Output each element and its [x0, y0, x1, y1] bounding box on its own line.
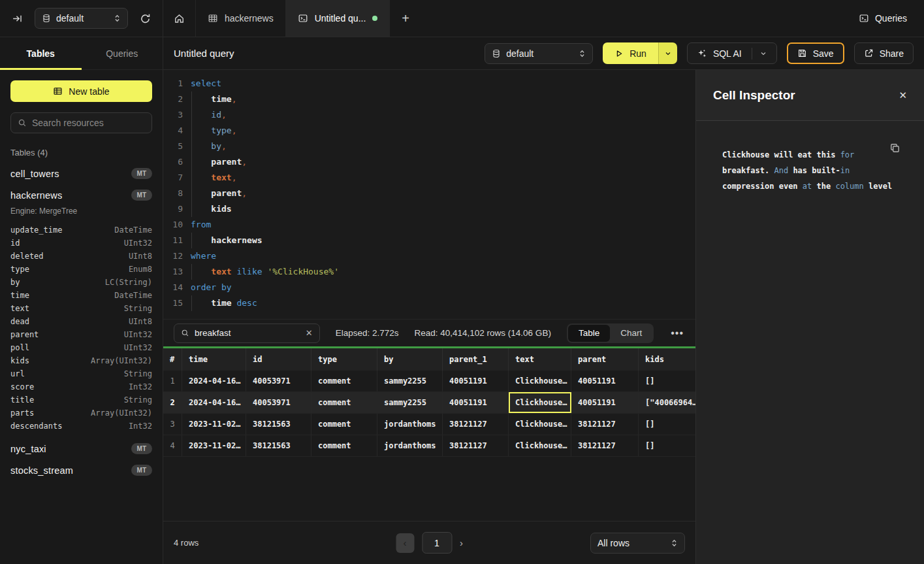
code-line[interactable]: 2 time,: [163, 91, 695, 107]
code-line[interactable]: 11 hackernews: [163, 233, 695, 248]
tab-hackernews[interactable]: hackernews: [196, 0, 286, 37]
column-header[interactable]: text: [509, 348, 571, 371]
cell[interactable]: ["40066964…: [639, 392, 695, 413]
queries-link[interactable]: Queries: [859, 13, 907, 24]
collapse-sidebar-icon[interactable]: [9, 10, 25, 27]
column-row[interactable]: descendantsInt32: [10, 420, 152, 433]
column-header[interactable]: parent: [571, 348, 639, 371]
code-line[interactable]: 14order by: [163, 280, 695, 295]
save-button[interactable]: Save: [787, 42, 844, 64]
column-header[interactable]: type: [311, 348, 377, 371]
table-row[interactable]: 32023-11-02…38121563commentjordanthoms38…: [163, 414, 695, 435]
cell[interactable]: Clickhouse…: [509, 414, 571, 435]
cell[interactable]: comment: [311, 371, 377, 391]
column-row[interactable]: byLC(String): [10, 276, 152, 289]
row-number[interactable]: 1: [163, 371, 182, 391]
results-search[interactable]: ✕: [174, 323, 320, 343]
cell[interactable]: comment: [311, 392, 377, 413]
code-line[interactable]: 7 text,: [163, 170, 695, 186]
clear-search-icon[interactable]: ✕: [306, 328, 313, 338]
toggle-chart[interactable]: Chart: [610, 325, 652, 342]
code-line[interactable]: 9 kids: [163, 201, 695, 217]
code-line[interactable]: 12where: [163, 248, 695, 264]
prev-page-button[interactable]: ‹: [396, 533, 414, 553]
tab-home[interactable]: [163, 0, 196, 37]
cell[interactable]: comment: [311, 414, 377, 435]
column-header[interactable]: #: [163, 348, 182, 371]
cell[interactable]: 38121563: [246, 414, 311, 435]
code-line[interactable]: 8 parent,: [163, 186, 695, 201]
cell[interactable]: 40051191: [571, 371, 639, 391]
column-row[interactable]: pollUInt32: [10, 341, 152, 354]
next-page-button[interactable]: ›: [460, 537, 463, 548]
sidebar-tab-queries[interactable]: Queries: [82, 37, 163, 69]
copy-icon[interactable]: [889, 142, 900, 154]
run-button[interactable]: Run: [603, 42, 658, 64]
cell[interactable]: 2024-04-16…: [182, 371, 246, 391]
column-header[interactable]: kids: [639, 348, 695, 371]
row-number[interactable]: 3: [163, 414, 182, 435]
column-row[interactable]: partsArray(UInt32): [10, 406, 152, 420]
page-size-select[interactable]: All rows: [590, 533, 685, 554]
table-row[interactable]: 12024-04-16…40053971commentsammy22554005…: [163, 371, 695, 392]
sql-ai-button[interactable]: SQL AI: [687, 42, 777, 64]
row-number[interactable]: 2: [163, 392, 182, 413]
cell[interactable]: 40053971: [246, 371, 311, 391]
resource-search[interactable]: [10, 112, 152, 133]
topbar-database-select[interactable]: default: [35, 8, 128, 29]
cell[interactable]: Clickhouse…: [509, 435, 571, 456]
cell[interactable]: 38121563: [246, 435, 311, 456]
table-row[interactable]: 22024-04-16…40053971commentsammy22554005…: [163, 392, 695, 414]
row-number[interactable]: 4: [163, 435, 182, 456]
cell[interactable]: 2023-11-02…: [182, 414, 246, 435]
results-search-input[interactable]: [195, 328, 300, 338]
column-header[interactable]: time: [182, 348, 246, 371]
cell[interactable]: 40053971: [246, 392, 311, 413]
refresh-icon[interactable]: [137, 10, 153, 27]
column-row[interactable]: idUInt32: [10, 237, 152, 250]
cell[interactable]: []: [639, 435, 695, 456]
query-database-select[interactable]: default: [485, 43, 593, 64]
code-line[interactable]: 4 type,: [163, 123, 695, 139]
code-line[interactable]: 1select: [163, 76, 695, 91]
toggle-table[interactable]: Table: [568, 325, 610, 342]
sidebar-table-cell_towers[interactable]: cell_towersMT: [10, 168, 152, 179]
share-button[interactable]: Share: [854, 42, 914, 64]
cell[interactable]: sammy2255: [377, 371, 443, 391]
column-row[interactable]: typeEnum8: [10, 263, 152, 276]
column-header[interactable]: id: [246, 348, 311, 371]
cell[interactable]: 38121127: [443, 435, 509, 456]
cell[interactable]: 2023-11-02…: [182, 435, 246, 456]
column-row[interactable]: scoreInt32: [10, 380, 152, 393]
new-tab-button[interactable]: +: [390, 0, 421, 37]
cell[interactable]: comment: [311, 435, 377, 456]
tab-untitled-query[interactable]: Untitled qu...: [286, 0, 390, 37]
sidebar-table-nyc_taxi[interactable]: nyc_taxiMT: [10, 443, 152, 454]
page-input[interactable]: [422, 532, 452, 554]
cell[interactable]: 38121127: [571, 435, 639, 456]
column-header[interactable]: parent_1: [443, 348, 509, 371]
sidebar-table-stocks_stream[interactable]: stocks_streamMT: [10, 465, 152, 476]
code-line[interactable]: 13 text ilike '%ClickHouse%': [163, 264, 695, 280]
cell[interactable]: 38121127: [571, 414, 639, 435]
column-row[interactable]: timeDateTime: [10, 289, 152, 302]
cell[interactable]: []: [639, 414, 695, 435]
cell[interactable]: jordanthoms: [377, 414, 443, 435]
column-row[interactable]: parentUInt32: [10, 328, 152, 341]
column-row[interactable]: textString: [10, 302, 152, 315]
cell[interactable]: []: [639, 371, 695, 391]
code-line[interactable]: 3 id,: [163, 107, 695, 123]
close-icon[interactable]: ✕: [899, 90, 907, 101]
code-line[interactable]: 15 time desc: [163, 295, 695, 311]
cell[interactable]: 38121127: [443, 414, 509, 435]
column-header[interactable]: by: [377, 348, 443, 371]
column-row[interactable]: update_timeDateTime: [10, 224, 152, 237]
column-row[interactable]: kidsArray(UInt32): [10, 354, 152, 367]
column-row[interactable]: titleString: [10, 393, 152, 406]
table-row[interactable]: 42023-11-02…38121563commentjordanthoms38…: [163, 435, 695, 457]
cell[interactable]: 40051191: [443, 392, 509, 413]
more-options-icon[interactable]: •••: [669, 327, 685, 339]
cell[interactable]: 2024-04-16…: [182, 392, 246, 413]
cell[interactable]: 40051191: [571, 392, 639, 413]
resource-search-input[interactable]: [32, 118, 145, 128]
